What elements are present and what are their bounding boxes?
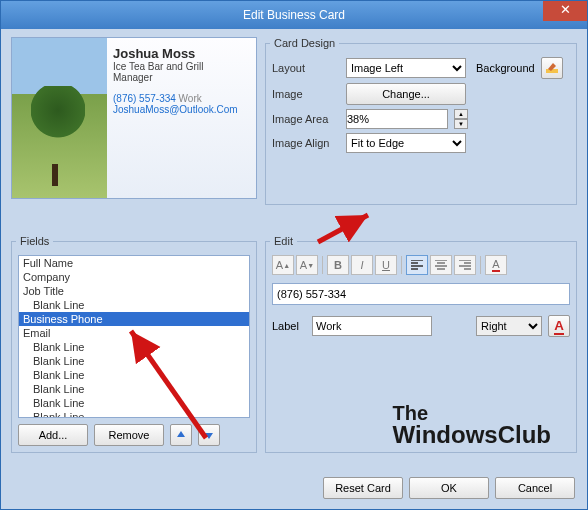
close-button[interactable]: ✕ — [543, 1, 587, 21]
label-input[interactable] — [312, 316, 432, 336]
list-item[interactable]: Job Title — [19, 284, 249, 298]
format-toolbar: A▲ A▼ B I U — [272, 255, 570, 275]
titlebar: Edit Business Card ✕ — [1, 1, 587, 29]
dialog-window: Edit Business Card ✕ Joshua Moss Ice Tea… — [0, 0, 588, 510]
card-design-group: Card Design Layout Image Left Background… — [265, 37, 577, 205]
font-color-button[interactable]: A — [485, 255, 507, 275]
reset-card-button[interactable]: Reset Card — [323, 477, 403, 499]
fields-group: Fields Full NameCompanyJob TitleBlank Li… — [11, 235, 257, 453]
area-spin-up[interactable]: ▲ — [454, 109, 468, 119]
ok-button[interactable]: OK — [409, 477, 489, 499]
preview-phone-label: Work — [179, 93, 202, 104]
image-align-select[interactable]: Fit to Edge — [346, 133, 466, 153]
remove-field-button[interactable]: Remove — [94, 424, 164, 446]
add-field-button[interactable]: Add... — [18, 424, 88, 446]
arrow-up-icon — [175, 429, 187, 441]
list-item[interactable]: Blank Line — [19, 396, 249, 410]
edit-value-input[interactable] — [272, 283, 570, 305]
align-center-icon — [435, 260, 447, 270]
image-area-input[interactable] — [346, 109, 448, 129]
bold-button[interactable]: B — [327, 255, 349, 275]
arrow-down-icon — [203, 429, 215, 441]
card-preview: Joshua Moss Ice Tea Bar and Grill Manage… — [11, 37, 257, 199]
label-label: Label — [272, 320, 306, 332]
align-left-icon — [411, 260, 423, 270]
align-left-button[interactable] — [406, 255, 428, 275]
dialog-body: Joshua Moss Ice Tea Bar and Grill Manage… — [1, 29, 587, 509]
edit-legend: Edit — [270, 235, 297, 247]
font-decrease-button[interactable]: A▼ — [296, 255, 318, 275]
change-image-button[interactable]: Change... — [346, 83, 466, 105]
list-item[interactable]: Business Phone — [19, 312, 249, 326]
paint-icon — [545, 61, 559, 75]
tree-icon — [31, 86, 85, 146]
underline-button[interactable]: U — [375, 255, 397, 275]
window-title: Edit Business Card — [243, 8, 345, 22]
image-align-label: Image Align — [272, 137, 340, 149]
layout-label: Layout — [272, 62, 340, 74]
preview-email[interactable]: JoshuaMoss@Outlook.Com — [113, 104, 238, 115]
fields-legend: Fields — [16, 235, 53, 247]
align-right-button[interactable] — [454, 255, 476, 275]
card-image-placeholder — [12, 38, 107, 198]
preview-name: Joshua Moss — [113, 46, 238, 61]
list-item[interactable]: Blank Line — [19, 368, 249, 382]
watermark: The WindowsClub — [393, 403, 551, 447]
preview-company: Ice Tea Bar and Grill — [113, 61, 238, 72]
dialog-footer: Reset Card OK Cancel — [1, 469, 587, 509]
preview-phone[interactable]: (876) 557-334 — [113, 93, 176, 104]
background-color-button[interactable] — [541, 57, 563, 79]
list-item[interactable]: Blank Line — [19, 354, 249, 368]
area-spin-down[interactable]: ▼ — [454, 119, 468, 129]
align-right-icon — [459, 260, 471, 270]
list-item[interactable]: Blank Line — [19, 340, 249, 354]
cancel-button[interactable]: Cancel — [495, 477, 575, 499]
list-item[interactable]: Email — [19, 326, 249, 340]
italic-button[interactable]: I — [351, 255, 373, 275]
list-item[interactable]: Blank Line — [19, 298, 249, 312]
list-item[interactable]: Blank Line — [19, 382, 249, 396]
list-item[interactable]: Full Name — [19, 256, 249, 270]
preview-title: Manager — [113, 72, 238, 83]
move-up-button[interactable] — [170, 424, 192, 446]
layout-select[interactable]: Image Left — [346, 58, 466, 78]
image-label: Image — [272, 88, 340, 100]
align-center-button[interactable] — [430, 255, 452, 275]
card-design-legend: Card Design — [270, 37, 339, 49]
image-area-label: Image Area — [272, 113, 340, 125]
tree-trunk — [52, 164, 58, 186]
label-align-select[interactable]: Right — [476, 316, 542, 336]
list-item[interactable]: Blank Line — [19, 410, 249, 418]
edit-group: Edit A▲ A▼ B I U — [265, 235, 577, 453]
background-label: Background — [476, 62, 535, 74]
font-increase-button[interactable]: A▲ — [272, 255, 294, 275]
list-item[interactable]: Company — [19, 270, 249, 284]
fields-list[interactable]: Full NameCompanyJob TitleBlank LineBusin… — [18, 255, 250, 418]
move-down-button[interactable] — [198, 424, 220, 446]
label-color-button[interactable]: A — [548, 315, 570, 337]
